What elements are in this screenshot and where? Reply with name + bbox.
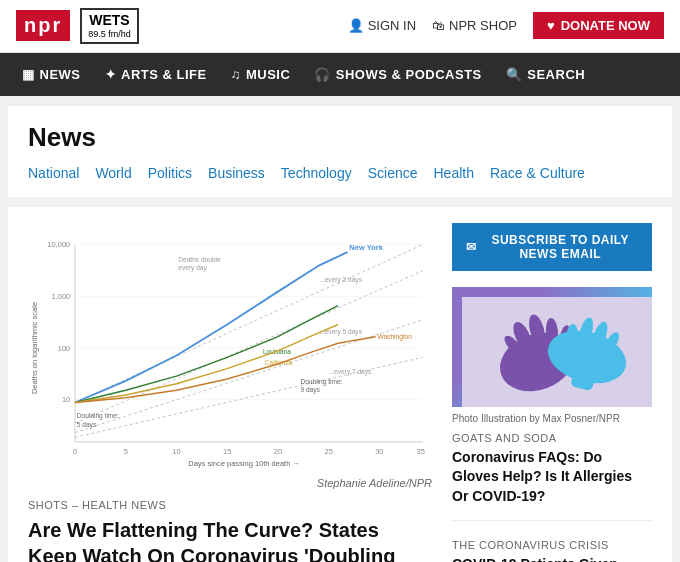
chart-article-area: Deaths on logarithmic scale 10,000 1,000…	[28, 223, 432, 562]
headphones-icon: 🎧	[314, 67, 331, 82]
svg-text:Days since passing 10th death : Days since passing 10th death →	[188, 459, 300, 468]
sidebar-article-1-title[interactable]: Coronavirus FAQs: Do Gloves Help? Is It …	[452, 448, 652, 507]
svg-text:every day: every day	[178, 264, 207, 272]
chart-container: Deaths on logarithmic scale 10,000 1,000…	[28, 223, 432, 473]
svg-text:5 days: 5 days	[77, 421, 97, 429]
svg-text:Deaths on logarithmic scale: Deaths on logarithmic scale	[30, 302, 39, 394]
svg-text:...every 7 days: ...every 7 days	[329, 368, 372, 376]
svg-text:9 days: 9 days	[300, 386, 320, 394]
tab-national[interactable]: National	[28, 165, 79, 181]
svg-text:Doubling time:: Doubling time:	[77, 412, 119, 420]
nav-news[interactable]: ▦ NEWS	[10, 53, 93, 96]
sidebar-article-1-category: GOATS AND SODA	[452, 432, 652, 444]
article-category: SHOTS – HEALTH NEWS	[28, 499, 432, 511]
svg-text:35: 35	[417, 447, 425, 456]
sidebar-article-2-title[interactable]: COVID-19 Patients Given Unproven Drug In…	[452, 555, 652, 562]
svg-text:25: 25	[324, 447, 332, 456]
arts-icon: ✦	[105, 67, 117, 82]
wets-logo[interactable]: WETS 89.5 fm/hd	[80, 8, 139, 44]
main-nav: ▦ NEWS ✦ ARTS & LIFE ♫ MUSIC 🎧 SHOWS & P…	[0, 53, 680, 96]
news-icon: ▦	[22, 67, 35, 82]
npr-logo[interactable]: npr	[16, 10, 70, 41]
search-icon: 🔍	[506, 67, 523, 82]
gloves-svg	[462, 297, 652, 407]
svg-text:New York: New York	[349, 243, 383, 252]
wets-frequency: 89.5 fm/hd	[88, 29, 131, 40]
sidebar-article-2: THE CORONAVIRUS CRISIS COVID-19 Patients…	[452, 539, 652, 562]
svg-text:5: 5	[124, 447, 128, 456]
svg-text:100: 100	[58, 343, 71, 352]
subscribe-button[interactable]: ✉ SUBSCRIBE TO DAILY NEWS EMAIL	[452, 223, 652, 271]
donate-button[interactable]: ♥ DONATE NOW	[533, 12, 664, 39]
nav-search[interactable]: 🔍 SEARCH	[494, 53, 597, 96]
photo-credit: Photo Illustration by Max Posner/NPR	[452, 413, 652, 424]
svg-text:10,000: 10,000	[47, 240, 70, 249]
svg-text:1,000: 1,000	[51, 292, 70, 301]
svg-text:0: 0	[73, 447, 77, 456]
music-icon: ♫	[231, 67, 241, 82]
sidebar-article-1: Photo Illustration by Max Posner/NPR GOA…	[452, 287, 652, 522]
coronavirus-chart: Deaths on logarithmic scale 10,000 1,000…	[28, 223, 432, 473]
wets-name: WETS	[88, 12, 131, 29]
news-tabs: National World Politics Business Technol…	[28, 165, 652, 181]
sign-in-link[interactable]: 👤 SIGN IN	[348, 18, 416, 33]
tab-politics[interactable]: Politics	[148, 165, 192, 181]
nav-music[interactable]: ♫ MUSIC	[219, 53, 303, 96]
svg-text:Doubling time:: Doubling time:	[300, 377, 342, 385]
header-logos: npr WETS 89.5 fm/hd	[16, 8, 139, 44]
svg-text:10: 10	[172, 447, 180, 456]
chart-credit: Stephanie Adeline/NPR	[28, 477, 432, 489]
tab-business[interactable]: Business	[208, 165, 265, 181]
svg-text:Deaths double: Deaths double	[178, 255, 221, 262]
svg-text:20: 20	[274, 447, 282, 456]
sidebar: ✉ SUBSCRIBE TO DAILY NEWS EMAIL	[452, 223, 652, 562]
person-icon: 👤	[348, 18, 364, 33]
article-title[interactable]: Are We Flattening The Curve? States Keep…	[28, 517, 432, 562]
nav-shows-podcasts[interactable]: 🎧 SHOWS & PODCASTS	[302, 53, 493, 96]
news-page-title: News	[28, 122, 652, 153]
svg-text:30: 30	[375, 447, 383, 456]
bag-icon: 🛍	[432, 18, 445, 33]
content-grid: Deaths on logarithmic scale 10,000 1,000…	[28, 223, 652, 562]
tab-technology[interactable]: Technology	[281, 165, 352, 181]
tab-health[interactable]: Health	[434, 165, 474, 181]
tab-world[interactable]: World	[95, 165, 131, 181]
main-content: Deaths on logarithmic scale 10,000 1,000…	[8, 207, 672, 562]
header-actions: 👤 SIGN IN 🛍 NPR SHOP ♥ DONATE NOW	[348, 12, 664, 39]
nav-arts-life[interactable]: ✦ ARTS & LIFE	[93, 53, 219, 96]
sidebar-article-2-category: THE CORONAVIRUS CRISIS	[452, 539, 652, 551]
tab-science[interactable]: Science	[368, 165, 418, 181]
npr-shop-link[interactable]: 🛍 NPR SHOP	[432, 18, 517, 33]
site-header: npr WETS 89.5 fm/hd 👤 SIGN IN 🛍 NPR SHOP…	[0, 0, 680, 53]
heart-icon: ♥	[547, 18, 555, 33]
tab-race-culture[interactable]: Race & Culture	[490, 165, 585, 181]
svg-text:15: 15	[223, 447, 231, 456]
svg-text:...every 3 days: ...every 3 days	[319, 276, 362, 284]
gloves-image	[452, 287, 652, 407]
email-icon: ✉	[466, 240, 477, 254]
news-section-header: News National World Politics Business Te…	[8, 106, 672, 197]
svg-text:10: 10	[62, 395, 70, 404]
svg-text:Washington: Washington	[378, 332, 413, 340]
